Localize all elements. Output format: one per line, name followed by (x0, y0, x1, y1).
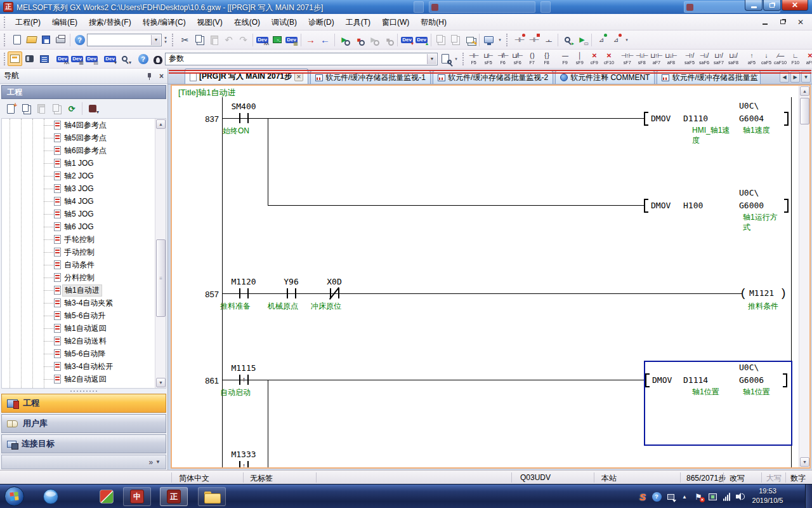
mdi-minimize-button[interactable] (759, 17, 771, 27)
tree-item[interactable]: 轴4 JOG (2, 195, 166, 208)
ladder-symbol-F8[interactable]: { }F8 (539, 50, 554, 67)
tree-item[interactable]: 轴5-6自动降 (2, 347, 166, 360)
ladder-symbol-F5[interactable]: ⊣⊢F5 (466, 50, 481, 67)
chevron-down-icon[interactable]: ▼ (155, 459, 160, 465)
skip-run-button[interactable] (448, 32, 462, 47)
watch-display-button[interactable]: Dev▾ (103, 51, 117, 66)
tray-network-signal-icon[interactable] (719, 490, 733, 504)
toolbar-grip[interactable] (172, 34, 175, 46)
tree-item[interactable]: 轴6回参考点 (2, 144, 166, 157)
ladder-symbol-F10[interactable]: ∟F10 (788, 50, 802, 67)
ladder-symbol-saF6[interactable]: ⊣↓/saF6 (697, 50, 711, 67)
tray-help-icon[interactable]: ? (650, 490, 664, 504)
hw-monitor-button[interactable]: Dev▦ (284, 32, 299, 47)
tree-item[interactable]: 轴2自动送料 (2, 335, 166, 347)
taskbar-item-browser[interactable] (37, 487, 65, 506)
ladder-symbol-aF7[interactable]: ⊔↑⊢aF7 (649, 50, 664, 67)
tree-item[interactable]: 轴6 JOG (2, 220, 166, 233)
menu-view[interactable]: 视图(V) (192, 15, 228, 30)
toolbar-grip[interactable] (506, 34, 509, 46)
taskbar-item-gx-works2-active[interactable]: 正 (160, 487, 188, 506)
scroll-down-button[interactable]: ▼ (800, 457, 809, 467)
ladder-canvas[interactable]: [Title]轴1自动进 837 SM400 始终ON DMOV D1110 U… (171, 84, 811, 469)
chevron-more-icon[interactable]: » (148, 458, 153, 467)
cross-reference-button[interactable] (150, 51, 165, 66)
ladder-symbol-caF5[interactable]: ↓caF5 (759, 50, 773, 67)
ladder-symbol-saF7[interactable]: ⊔↑/saF7 (711, 50, 726, 67)
module-configuration-button[interactable] (22, 51, 37, 66)
tray-window-switch-icon[interactable] (664, 490, 678, 504)
stop-monitoring-button[interactable]: ■ (351, 32, 366, 47)
ladder-symbol-aF9[interactable]: ✕aF9 (802, 50, 812, 67)
toolbar-grip[interactable] (4, 53, 5, 65)
scroll-down-button[interactable]: ▼ (156, 378, 166, 387)
menu-window[interactable]: 窗口(W) (376, 15, 415, 30)
tree-item[interactable]: 轴5回参考点 (2, 131, 166, 144)
menu-debug[interactable]: 调试(B) (266, 15, 303, 30)
tray-sogou-icon[interactable]: S (636, 490, 650, 504)
tree-item[interactable]: 自动条件 (2, 258, 166, 271)
tree-item[interactable]: 轴5 JOG (2, 208, 166, 220)
menu-project[interactable]: 工程(P) (10, 15, 46, 30)
taskbar-item-app[interactable] (93, 487, 121, 506)
editor-scrollbar[interactable]: ▲ ▼ (799, 86, 809, 467)
start-monitoring-button[interactable]: ▶ (337, 32, 351, 47)
menu-edit[interactable]: 编辑(E) (46, 15, 83, 30)
tab-main-program[interactable]: [PRG]R 写入 MAIN 2071步 ✕ (185, 69, 308, 84)
panel-splitter[interactable] (1, 389, 166, 394)
device-memory-list-button[interactable]: Dev▦ (70, 51, 84, 66)
ladder-symbol-cF10[interactable]: ✕cF10 (601, 50, 616, 67)
remote-operation-button[interactable] (481, 32, 496, 47)
ladder-symbol-aF5[interactable]: ↑aF5 (744, 50, 759, 67)
copy-data-button[interactable] (19, 102, 33, 116)
tree-scrollbar[interactable]: ▲ ≡ ▼ (155, 119, 166, 388)
paste-data-button[interactable] (34, 102, 48, 116)
ladder-symbol-sF7[interactable]: ⊣↑⊢sF7 (620, 50, 634, 67)
paste-button[interactable] (207, 32, 221, 47)
mdi-restore-button[interactable] (776, 17, 789, 27)
ladder-symbol-saF8[interactable]: ⊔↓/saF8 (726, 50, 740, 67)
device-test-write-button[interactable]: Dev▾ (400, 32, 414, 47)
read-from-plc-button[interactable]: ← (318, 32, 332, 47)
show-desktop-button[interactable] (805, 485, 812, 508)
start-button[interactable] (4, 486, 24, 506)
device-test-read-button[interactable]: Dev▴ (414, 32, 429, 47)
cut-button[interactable]: ✂ (178, 32, 192, 47)
help-button-2[interactable]: ? (136, 51, 150, 66)
editor-selection-cursor[interactable] (644, 361, 792, 446)
ladder-symbol-aF8[interactable]: ⊔↓⊢aF8 (664, 50, 678, 67)
ladder-symbol-F9[interactable]: —F9 (558, 50, 572, 67)
scroll-up-button[interactable]: ▲ (156, 119, 166, 129)
pulse-check-button[interactable]: ⨼⨽ (541, 32, 556, 47)
device-find-button[interactable]: Devʌʌ (255, 32, 270, 47)
tree-item-selected[interactable]: 轴1自动进 (2, 284, 166, 297)
undo-button[interactable]: ↶ (221, 32, 236, 47)
tree-item[interactable]: 手动控制 (2, 246, 166, 258)
scrollbar-thumb[interactable] (800, 98, 809, 124)
taskbar-item-explorer[interactable] (198, 487, 226, 506)
ladder-symbol-cF9[interactable]: ✕cF9 (587, 50, 601, 67)
resume-monitoring-button[interactable]: ■ (381, 32, 395, 47)
toolbar-overflow[interactable]: ▾ (452, 52, 460, 66)
scrollbar-thumb[interactable]: ≡ (156, 239, 166, 317)
program-check-button[interactable]: ⊣⊢ (512, 32, 527, 47)
program-check-2-button[interactable]: ⊣⊢ (527, 32, 541, 47)
tray-update-icon[interactable] (705, 490, 719, 504)
trace-1-button[interactable]: ⊿ (594, 32, 608, 47)
ladder-symbol-F6[interactable]: ⊣/⊢F6 (495, 50, 510, 67)
tree-item[interactable]: 轴3-4自动松开 (2, 360, 166, 373)
device-search-button[interactable]: ▾ (117, 51, 132, 66)
save-button[interactable] (39, 32, 53, 47)
jump-button[interactable]: ▶▭ (575, 32, 589, 47)
close-button[interactable]: ✕ (782, 0, 808, 11)
open-file-button[interactable] (24, 32, 39, 47)
menu-tools[interactable]: 工具(T) (340, 15, 376, 30)
sidebar-item-user-library[interactable]: 用户库 (1, 414, 166, 433)
window-selector-combo[interactable]: ▼ (87, 34, 162, 46)
navigation-window-toggle[interactable] (8, 51, 22, 66)
help-button[interactable]: ? (72, 32, 87, 47)
taskbar-clock[interactable]: 19:53 2019/10/5 (745, 486, 790, 505)
step-run-button[interactable] (433, 32, 448, 47)
data-property-button[interactable] (49, 102, 63, 116)
device-comment-list-button[interactable]: Devʌʌ (55, 51, 70, 66)
